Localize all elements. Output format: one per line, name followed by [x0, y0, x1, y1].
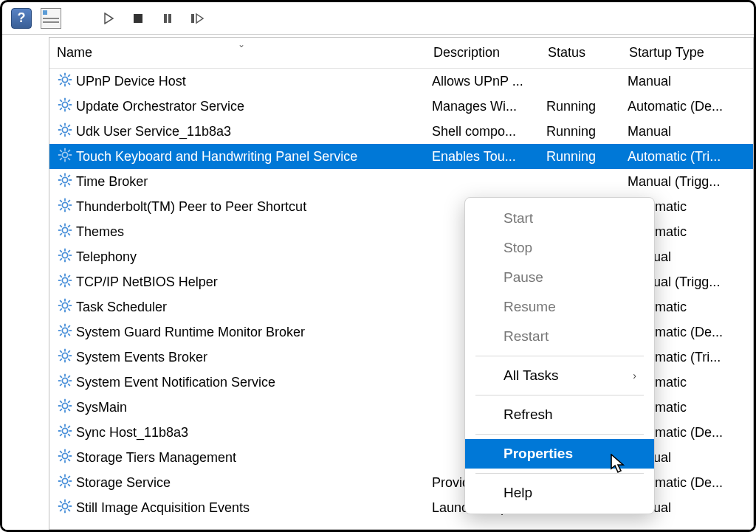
service-name-cell: Storage Service [49, 473, 426, 493]
svg-line-101 [60, 325, 62, 328]
service-name-cell: System Event Notification Service [49, 373, 426, 393]
svg-line-32 [68, 125, 70, 127]
svg-point-78 [62, 277, 67, 283]
menu-resume[interactable]: Resume [465, 292, 654, 322]
service-name-cell: Time Broker [49, 172, 426, 192]
service-gear-icon [57, 448, 73, 468]
service-gear-icon [57, 498, 73, 518]
service-description-cell: Allows UPnP ... [426, 74, 540, 89]
menu-stop[interactable]: Stop [465, 233, 654, 263]
service-name-label: System Events Broker [76, 350, 207, 365]
service-row[interactable]: Time BrokerManual (Trigg... [49, 169, 753, 194]
service-startup-cell: Manual [622, 124, 753, 139]
svg-point-159 [62, 503, 67, 508]
svg-line-104 [68, 325, 70, 328]
service-name-label: Thunderbolt(TM) Peer to Peer Shortcut [76, 199, 306, 215]
service-gear-icon [57, 373, 73, 393]
service-name-cell: Thunderbolt(TM) Peer to Peer Shortcut [49, 197, 426, 217]
menu-restart[interactable]: Restart [465, 322, 654, 351]
svg-line-146 [60, 451, 62, 453]
svg-line-84 [68, 283, 70, 286]
service-name-label: Themes [76, 224, 124, 240]
service-startup-cell: Manual (Trigg... [622, 174, 753, 190]
svg-line-147 [68, 459, 70, 461]
svg-line-156 [68, 484, 70, 486]
svg-line-20 [60, 100, 62, 102]
svg-line-83 [60, 275, 62, 277]
help-button[interactable]: ? [10, 7, 33, 30]
svg-line-102 [68, 334, 70, 336]
svg-line-58 [60, 208, 62, 210]
service-gear-icon [57, 322, 73, 342]
service-name-cell: TCP/IP NetBIOS Helper [49, 272, 426, 292]
svg-line-158 [68, 476, 70, 478]
svg-marker-5 [196, 14, 203, 23]
column-headers: Name Description Status Startup Type [49, 38, 753, 69]
service-name-cell: Storage Tiers Management [49, 448, 426, 468]
menu-separator [475, 395, 644, 395]
service-name-cell: Udk User Service_11b8a3 [49, 122, 426, 142]
svg-line-21 [68, 108, 70, 110]
service-description-cell: Enables Tou... [426, 149, 540, 165]
service-startup-cell: Automatic (Tri... [622, 149, 753, 165]
properties-button[interactable] [39, 7, 63, 30]
help-icon: ? [11, 8, 32, 29]
service-row[interactable]: UPnP Device HostAllows UPnP ...Manual [49, 69, 753, 94]
service-name-label: Touch Keyboard and Handwriting Panel Ser… [76, 149, 357, 165]
svg-line-121 [60, 384, 62, 386]
svg-line-30 [68, 133, 70, 135]
svg-line-47 [60, 175, 62, 177]
restart-service-button[interactable] [185, 7, 209, 30]
svg-line-137 [60, 426, 62, 428]
menu-refresh[interactable]: Refresh [465, 400, 654, 429]
svg-rect-2 [164, 14, 167, 23]
header-description[interactable]: Description [426, 45, 540, 61]
svg-line-140 [68, 426, 70, 428]
service-row[interactable]: Udk User Service_11b8a3Shell compo...Run… [49, 119, 753, 144]
service-status-cell: Running [540, 149, 622, 165]
pause-service-button[interactable] [156, 7, 179, 30]
header-status[interactable]: Status [540, 45, 622, 61]
svg-point-6 [62, 77, 67, 82]
service-name-label: Task Scheduler [76, 300, 167, 315]
service-gear-icon [57, 247, 73, 267]
service-row[interactable]: Touch Keyboard and Handwriting Panel Ser… [49, 144, 753, 169]
menu-help[interactable]: Help [465, 478, 654, 508]
service-gear-icon [57, 348, 73, 367]
svg-line-14 [68, 75, 70, 77]
svg-point-132 [62, 428, 67, 433]
svg-line-119 [60, 376, 62, 378]
menu-pause[interactable]: Pause [465, 263, 654, 292]
service-row[interactable]: Update Orchestrator ServiceManages Wi...… [49, 94, 753, 119]
service-startup-cell: Automatic (De... [622, 99, 753, 114]
svg-line-13 [60, 83, 62, 85]
service-name-label: System Event Notification Service [76, 375, 275, 390]
service-status-cell: Running [540, 124, 622, 139]
svg-point-51 [62, 202, 67, 207]
header-startup[interactable]: Startup Type [622, 45, 753, 61]
svg-line-74 [60, 250, 62, 252]
service-name-label: Update Orchestrator Service [76, 99, 244, 114]
svg-line-76 [60, 258, 62, 260]
svg-line-75 [68, 258, 70, 260]
svg-marker-0 [105, 13, 113, 24]
menu-all-tasks[interactable]: All Tasks › [465, 361, 654, 390]
service-gear-icon [57, 97, 73, 117]
restart-icon [190, 13, 205, 24]
svg-line-23 [68, 100, 70, 102]
service-name-label: Telephony [76, 249, 137, 265]
start-service-button[interactable] [97, 7, 120, 30]
stop-service-button[interactable] [126, 7, 150, 30]
service-name-cell: Telephony [49, 247, 426, 267]
menu-start[interactable]: Start [465, 204, 654, 233]
svg-line-92 [60, 300, 62, 303]
svg-line-65 [60, 225, 62, 227]
svg-line-138 [68, 434, 70, 436]
properties-icon [41, 8, 61, 29]
svg-point-114 [62, 378, 67, 383]
svg-point-96 [62, 328, 67, 333]
svg-line-149 [68, 451, 70, 453]
toolbar: ? [2, 2, 754, 35]
svg-line-164 [60, 501, 62, 503]
svg-line-22 [60, 108, 62, 110]
